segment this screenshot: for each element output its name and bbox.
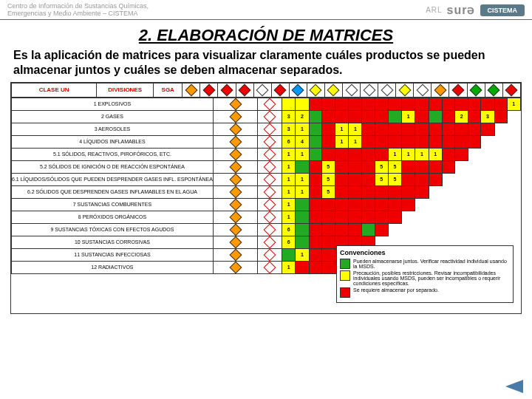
row-label: 9 SUSTANCIAS TÓXICAS CON EFECTOS AGUDOS [12, 223, 214, 236]
row-label: 5.2 SÓLIDOS DE IGNICIÓN O DE REACCIÓN ES… [12, 160, 214, 173]
matrix-cell: 1 [296, 123, 309, 135]
table-row: 9 SUSTANCIAS TÓXICAS CON EFECTOS AGUDOS6 [12, 223, 521, 236]
matrix-cell [349, 148, 362, 160]
matrix-cell: 1 [335, 135, 348, 148]
row-label: 1 EXPLOSIVOS [12, 98, 214, 110]
row-label: 7 SUSTANCIAS COMBURENTES [12, 198, 214, 211]
matrix-cell [349, 98, 362, 110]
matrix-cell [388, 198, 401, 211]
matrix-cell [375, 135, 388, 148]
matrix-cell: 1 [296, 173, 309, 185]
table-row: 7 SUSTANCIAS COMBURENTES1 [12, 198, 521, 211]
row-label: 10 SUSTANCIAS CORROSIVAS [12, 236, 214, 248]
matrix-cell [388, 211, 401, 223]
matrix-cell [362, 211, 375, 223]
matrix-cell [321, 110, 335, 123]
matrix-cell [415, 185, 429, 198]
matrix-cell: 3 [282, 110, 296, 123]
matrix-cell: 1 [282, 148, 296, 160]
matrix-cell [362, 198, 375, 211]
row-label: 8 PERÓXIDOS ORGÁNICOS [12, 211, 214, 223]
matrix-cell: 1 [402, 148, 415, 160]
matrix-cell: 5 [388, 160, 401, 173]
matrix-cell [335, 198, 348, 211]
matrix-cell [309, 198, 321, 211]
matrix-cell [429, 123, 442, 135]
table-row: 4 LÍQUIDOS INFLAMABLES6411 [12, 135, 521, 148]
matrix-cell [321, 135, 335, 148]
org-name: Centro de Información de Sustancias Quím… [7, 3, 149, 18]
matrix-cell [335, 223, 348, 236]
matrix-cell [321, 123, 335, 135]
matrix-cell [402, 135, 415, 148]
matrix-cell [375, 198, 388, 211]
matrix-cell: 1 [282, 160, 296, 173]
matrix-cell: 1 [507, 98, 520, 110]
matrix-cell [309, 135, 321, 148]
matrix-cell [362, 98, 375, 110]
matrix-cell [375, 110, 388, 123]
matrix-cell [454, 135, 468, 148]
matrix-cell [296, 236, 309, 248]
matrix-cell [402, 123, 415, 135]
matrix-cell: 1 [282, 198, 296, 211]
matrix-cell: 1 [335, 123, 348, 135]
matrix-cell [296, 98, 309, 110]
matrix-cell [349, 110, 362, 123]
matrix-cell [429, 110, 442, 123]
matrix-cell [362, 148, 375, 160]
matrix-cell [454, 98, 468, 110]
matrix-cell [309, 223, 321, 236]
row-label: 6.1 LÍQUIDOS/SÓLIDOS QUE PUEDEN DESPREND… [12, 173, 214, 185]
matrix-cell [349, 198, 362, 211]
matrix-cell [321, 223, 335, 236]
hdr-pictogram [183, 83, 200, 97]
legend-title: Convenciones [340, 249, 510, 256]
matrix-cell [402, 160, 415, 173]
matrix-cell: 4 [296, 135, 309, 148]
matrix-cell [481, 98, 494, 110]
legend-box: Convenciones Pueden almacenarse juntos. … [336, 245, 514, 303]
matrix-cell [349, 173, 362, 185]
matrix-cell [415, 123, 429, 135]
matrix-cell [402, 185, 415, 198]
row-label: 12 RADIACTIVOS [12, 261, 214, 273]
col-sga: SGA [154, 83, 183, 97]
matrix-cell [321, 211, 335, 223]
row-label: 3 AEROSOLES [12, 123, 214, 135]
matrix-cell [442, 123, 454, 135]
table-row: 5.1 SÓLIDOS, REACTIVOS, PIROFÓRICOS, ETC… [12, 148, 521, 160]
back-arrow-icon[interactable] [505, 380, 523, 393]
matrix-cell [442, 110, 454, 123]
matrix-cell: 5 [388, 173, 401, 185]
table-row: 6.2 SÓLIDOS QUE DESPRENDEN GASES INFLAMA… [12, 185, 521, 198]
matrix-cell: 1 [296, 248, 309, 261]
col-divisiones: DIVISIONES [97, 83, 154, 97]
matrix-cell [335, 173, 348, 185]
swatch-green [340, 259, 350, 269]
matrix-cell [429, 135, 442, 148]
matrix-cell [362, 185, 375, 198]
matrix-cell [362, 223, 375, 236]
matrix-cell [442, 148, 454, 160]
matrix-cell [402, 198, 415, 211]
matrix-cell [362, 160, 375, 173]
cistema-badge: CISTEMA [480, 4, 525, 16]
matrix-cell [375, 185, 388, 198]
matrix-cell [309, 261, 321, 273]
matrix-cell [468, 123, 481, 135]
matrix-cell: 1 [282, 173, 296, 185]
matrix-cell [429, 160, 442, 173]
matrix-cell [388, 98, 401, 110]
table-row: 1 EXPLOSIVOS1 [12, 98, 521, 110]
matrix-cell [335, 211, 348, 223]
matrix-cell [388, 123, 401, 135]
matrix-cell [415, 160, 429, 173]
matrix-cell: 1 [282, 261, 296, 273]
matrix-cell: 6 [282, 223, 296, 236]
col-clase: CLASE UN [12, 83, 97, 97]
matrix-cell [481, 123, 494, 135]
matrix-cell [309, 211, 321, 223]
matrix-cell [309, 148, 321, 160]
matrix-cell [375, 98, 388, 110]
